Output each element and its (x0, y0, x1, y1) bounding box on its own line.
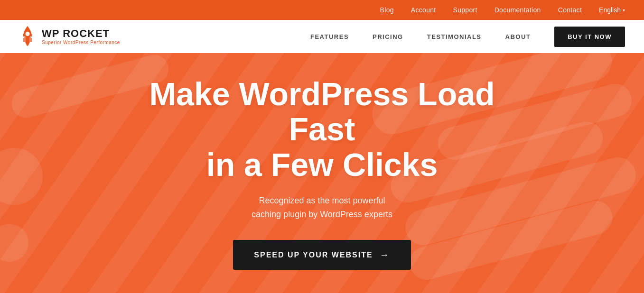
chevron-down-icon: ▾ (623, 8, 625, 13)
cta-button-label: SPEED UP YOUR WEBSITE (254, 251, 373, 259)
main-nav: WP ROCKET Superior WordPress Performance… (0, 20, 644, 53)
hero-subtext: Recognized as the most powerful caching … (128, 194, 517, 221)
rocket-icon (19, 25, 36, 48)
logo[interactable]: WP ROCKET Superior WordPress Performance (19, 25, 120, 48)
features-nav-link[interactable]: FEATURES (310, 33, 349, 40)
account-link[interactable]: Account (411, 6, 436, 14)
contact-link[interactable]: Contact (558, 6, 582, 14)
language-label: English (599, 6, 621, 14)
logo-title: WP ROCKET (42, 28, 120, 39)
about-nav-link[interactable]: ABOUT (505, 33, 531, 40)
hero-subtext-line2: caching plugin by WordPress experts (252, 210, 392, 219)
decorative-pill-6 (0, 148, 43, 205)
hero-heading-line2: in a Few Clicks (206, 146, 438, 183)
nav-links: FEATURES PRICING TESTIMONIALS ABOUT BUY … (310, 27, 625, 47)
top-bar: Blog Account Support Documentation Conta… (0, 0, 644, 20)
svg-point-0 (25, 32, 29, 36)
pricing-nav-link[interactable]: PRICING (373, 33, 403, 40)
blog-link[interactable]: Blog (380, 6, 394, 14)
documentation-link[interactable]: Documentation (495, 6, 541, 14)
hero-content: Make WordPress Load Fast in a Few Clicks… (109, 76, 536, 270)
hero-section: Make WordPress Load Fast in a Few Clicks… (0, 53, 644, 293)
logo-text: WP ROCKET Superior WordPress Performance (42, 28, 120, 45)
support-link[interactable]: Support (453, 6, 477, 14)
hero-heading: Make WordPress Load Fast in a Few Clicks (128, 76, 517, 183)
hero-heading-line1: Make WordPress Load Fast (149, 76, 495, 147)
buy-now-button[interactable]: BUY IT NOW (554, 27, 625, 47)
arrow-right-icon: → (380, 249, 390, 260)
logo-subtitle: Superior WordPress Performance (42, 40, 120, 45)
speed-up-button[interactable]: SPEED UP YOUR WEBSITE → (233, 240, 411, 270)
testimonials-nav-link[interactable]: TESTIMONIALS (427, 33, 482, 40)
language-selector[interactable]: English ▾ (599, 6, 625, 14)
hero-subtext-line1: Recognized as the most powerful (259, 196, 385, 205)
decorative-pill-7 (0, 224, 28, 262)
